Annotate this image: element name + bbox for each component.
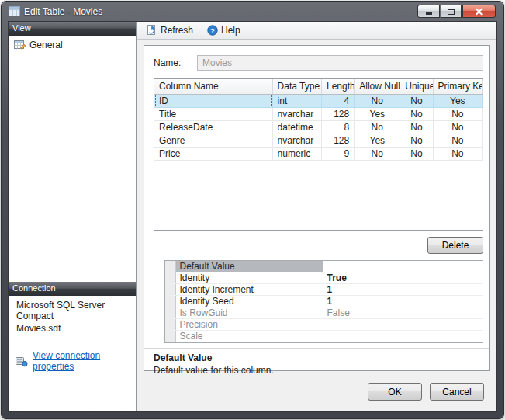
cell-data-type[interactable]: int: [272, 94, 321, 107]
maximize-button[interactable]: [441, 5, 462, 18]
table-row[interactable]: ID int 4 No No Yes: [154, 94, 483, 107]
header-length[interactable]: Length: [321, 79, 354, 94]
property-row[interactable]: Identity Seed 1: [165, 296, 483, 307]
header-data-type[interactable]: Data Type: [272, 79, 321, 94]
view-section-header: View: [9, 22, 136, 36]
property-label[interactable]: Precision: [175, 319, 323, 331]
property-value[interactable]: False: [323, 307, 483, 319]
property-row[interactable]: Is RowGuid False: [165, 307, 483, 319]
cell-column-name[interactable]: ID: [154, 94, 272, 107]
dialog-body: View General Connection Microsoft SQL Se…: [8, 21, 497, 412]
property-label[interactable]: Identity Seed: [175, 296, 323, 307]
minimize-icon: [426, 12, 432, 15]
property-value[interactable]: [323, 261, 483, 272]
cell-column-name[interactable]: Genre: [154, 134, 272, 147]
table-name-input[interactable]: [197, 55, 483, 71]
cell-data-type[interactable]: nvarchar: [272, 107, 321, 120]
cancel-button[interactable]: Cancel: [430, 383, 484, 401]
property-value[interactable]: [323, 319, 483, 331]
cell-length[interactable]: 8: [321, 120, 354, 134]
property-value[interactable]: 1: [323, 296, 483, 307]
cell-length[interactable]: 128: [321, 134, 354, 147]
database-connection-icon: [15, 356, 28, 367]
sidebar-item-general[interactable]: General: [11, 37, 133, 53]
edit-table-panel: Name: Column Name D: [144, 45, 490, 371]
table-row[interactable]: Genre nvarchar 128 Yes No No: [154, 134, 483, 147]
cell-length[interactable]: 128: [321, 107, 354, 120]
delete-row: Delete: [144, 237, 483, 254]
property-row-header: [165, 272, 175, 284]
minimize-button[interactable]: [417, 5, 440, 18]
property-row[interactable]: Default Value: [165, 261, 483, 272]
maximize-icon: [448, 9, 455, 15]
connection-properties-link[interactable]: View connection properties: [15, 350, 133, 372]
table-row[interactable]: Price numeric 9 No No No: [154, 147, 483, 160]
cell-unique[interactable]: No: [400, 147, 433, 160]
header-primary-key[interactable]: Primary Key: [433, 79, 482, 94]
header-unique[interactable]: Unique: [400, 79, 433, 94]
cell-allow-nulls[interactable]: Yes: [355, 107, 400, 120]
cell-column-name[interactable]: Title: [154, 107, 272, 120]
titlebar[interactable]: Edit Table - Movies: [2, 2, 503, 21]
grid-header-row: Column Name Data Type Length Allow Nulls…: [154, 79, 483, 94]
property-row[interactable]: Scale: [165, 331, 483, 342]
cell-allow-nulls[interactable]: Yes: [355, 134, 400, 147]
name-row: Name:: [154, 55, 483, 71]
help-icon: ?: [207, 25, 218, 36]
help-button[interactable]: ? Help: [201, 23, 247, 38]
refresh-button[interactable]: Refresh: [140, 23, 199, 38]
cell-unique[interactable]: No: [400, 134, 433, 147]
property-row[interactable]: Identity Increment 1: [165, 284, 483, 296]
cell-primary-key[interactable]: No: [433, 107, 482, 120]
cell-column-name[interactable]: ReleaseDate: [154, 120, 272, 134]
header-allow-nulls[interactable]: Allow Nulls: [355, 79, 400, 94]
cell-allow-nulls[interactable]: No: [355, 120, 400, 134]
table-row[interactable]: ReleaseDate datetime 8 No No No: [154, 120, 483, 134]
property-label[interactable]: Identity: [175, 272, 323, 284]
cell-allow-nulls[interactable]: No: [355, 147, 400, 160]
window-table-icon: [8, 6, 20, 17]
cell-column-name[interactable]: Price: [154, 147, 272, 160]
cell-primary-key[interactable]: Yes: [433, 94, 482, 107]
cell-data-type[interactable]: numeric: [272, 147, 321, 160]
cell-data-type[interactable]: nvarchar: [272, 134, 321, 147]
property-value[interactable]: [323, 331, 483, 342]
svg-text:?: ?: [210, 26, 215, 35]
connection-properties-link-text: View connection properties: [33, 350, 133, 372]
property-label[interactable]: Scale: [175, 331, 323, 342]
delete-button[interactable]: Delete: [427, 237, 483, 254]
header-column-name[interactable]: Column Name: [154, 79, 272, 94]
property-value[interactable]: True: [323, 272, 483, 284]
refresh-label: Refresh: [161, 25, 193, 36]
table-edit-icon: [14, 40, 26, 50]
cell-data-type[interactable]: datetime: [272, 120, 321, 134]
toolbar: Refresh ? Help: [137, 22, 496, 40]
property-label[interactable]: Identity Increment: [175, 284, 323, 296]
dialog-footer: OK Cancel: [368, 383, 484, 401]
property-row[interactable]: Precision: [165, 319, 483, 331]
connection-section-header: Connection: [9, 282, 136, 296]
ok-button[interactable]: OK: [368, 383, 422, 401]
cell-unique[interactable]: No: [400, 94, 433, 107]
caption-buttons: [417, 5, 496, 18]
property-row[interactable]: Identity True: [165, 272, 483, 284]
property-label[interactable]: Default Value: [175, 261, 323, 272]
close-button[interactable]: [462, 5, 496, 18]
cell-length[interactable]: 9: [321, 147, 354, 160]
main-area: Refresh ? Help Name:: [137, 22, 496, 411]
table-row[interactable]: Title nvarchar 128 Yes No No: [154, 107, 483, 120]
edit-table-window: Edit Table - Movies View: [2, 2, 503, 418]
cell-primary-key[interactable]: No: [433, 147, 482, 160]
cell-primary-key[interactable]: No: [433, 134, 482, 147]
property-row-header: [165, 284, 175, 296]
property-row-header: [165, 331, 175, 342]
cell-primary-key[interactable]: No: [433, 120, 482, 134]
cell-length[interactable]: 4: [321, 94, 354, 107]
cell-allow-nulls[interactable]: No: [355, 94, 400, 107]
property-description-title: Default Value: [154, 352, 480, 363]
cell-unique[interactable]: No: [400, 107, 433, 120]
property-label[interactable]: Is RowGuid: [175, 307, 323, 319]
property-value[interactable]: 1: [323, 284, 483, 296]
cell-unique[interactable]: No: [400, 120, 433, 134]
property-row-header: [165, 261, 175, 272]
